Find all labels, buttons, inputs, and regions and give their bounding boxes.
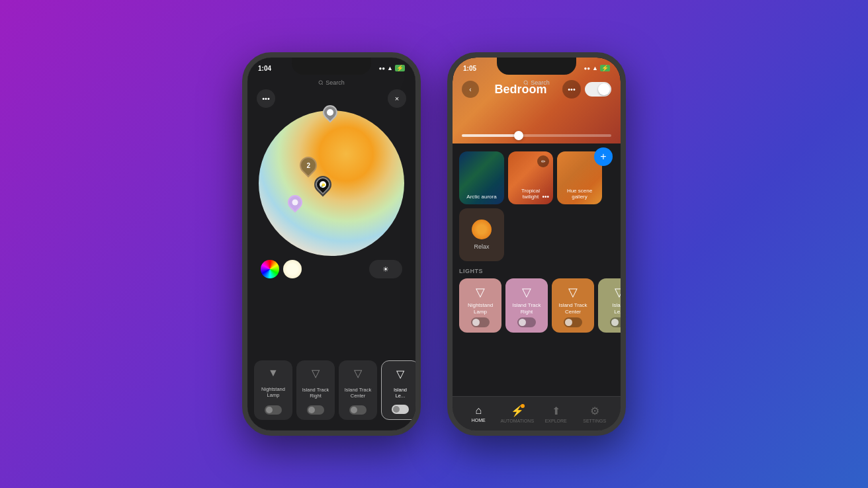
status-bar-2: 1:05 ●● ▲ ⚡ [453,58,621,76]
brightness-slider[interactable] [462,129,611,142]
back-button[interactable]: ‹ [462,81,479,98]
toggle-right[interactable] [307,405,324,415]
header-right: ••• [562,80,611,99]
home-icon: ⌂ [475,405,482,417]
light-card2-center[interactable]: ▽ Island TrackCenter [552,278,594,333]
scene-tropical-twilight[interactable]: ✏ ••• Tropicaltwilight [508,151,553,204]
phone-1: 1:04 ●● ▲ ⚡ Search ••• × [242,52,421,436]
light-card-nightstand[interactable]: ▼ NightstandLamp [254,360,292,420]
phone2-header: ‹ Bedroom ••• [453,80,621,99]
tab-label-explore: EXPLORE [545,419,567,423]
settings-icon: ⚙ [590,405,599,417]
toggle2-left[interactable] [610,317,621,327]
color-swatches [261,260,302,278]
signal-icon-2: ●● [584,65,590,71]
light-card-center[interactable]: ▽ Island TrackCenter [339,360,377,420]
room-toggle[interactable] [585,82,611,97]
light-card2-right[interactable]: ▽ Island TrackRight [505,278,548,333]
light-label2-4: IslandLe... [612,302,621,315]
slider-track [462,134,611,137]
slider-thumb[interactable] [514,131,523,140]
scene-label-hue: Hue scenegallery [567,188,592,200]
lamp-icon2-2: ▽ [522,285,531,300]
toggle-left[interactable] [392,405,409,414]
automations-dot [521,404,525,408]
tab-label-home: HOME [472,418,486,423]
lamp-icon2-3: ▽ [568,285,578,300]
battery-icon-2: ⚡ [600,65,610,71]
lamp-icon-1: ▼ [268,367,279,379]
scene-more-button[interactable]: ••• [542,193,549,200]
light-label2-2: Island TrackRight [512,302,541,315]
explore-icon: ⬆ [552,405,560,417]
relax-row: Relax [459,208,614,261]
tab-explore[interactable]: ⬆ EXPLORE [537,405,576,423]
lights-section-label: LIGHTS [459,268,614,274]
light-card2-nightstand[interactable]: ▽ NightstandLamp [459,278,501,333]
tab-bar: ⌂ HOME ⚡ AUTOMATIONS ⬆ EXPLORE ⚙ SETTING… [453,396,621,430]
add-button[interactable]: + [594,147,613,166]
scene-arctic-aurora[interactable]: Arctic aurora [459,151,504,204]
phone1-screen: 1:04 ●● ▲ ⚡ Search ••• × [247,58,415,430]
light-label-3: Island TrackCenter [345,387,371,399]
light-card-right[interactable]: ▽ Island TrackRight [296,360,335,420]
wifi-icon: ▲ [387,65,393,71]
tab-label-settings: SETTINGS [583,419,606,423]
tab-settings[interactable]: ⚙ SETTINGS [576,405,615,423]
color-wheel-swatch[interactable] [261,260,279,278]
toggle2-right[interactable] [517,317,536,327]
color-wheel-container[interactable]: 2 💡 [259,110,404,256]
more-button-2[interactable]: ••• [562,80,581,99]
brightness-button[interactable]: ☀ [369,260,402,278]
status-icons-2: ●● ▲ ⚡ [584,65,610,71]
lamp-icon-4: ▽ [396,368,404,380]
tab-home[interactable]: ⌂ HOME [459,405,498,423]
scenes-row: Arctic aurora ✏ ••• Tropicaltwilight Hue… [459,151,614,204]
phone-2: 1:05 ●● ▲ ⚡ Search ‹ Bedroom ••• [447,52,626,436]
lamp-icon-3: ▽ [354,367,362,380]
tab-automations[interactable]: ⚡ AUTOMATIONS [498,405,537,423]
scene-label-arctic: Arctic aurora [466,194,496,200]
phone2-body: Arctic aurora ✏ ••• Tropicaltwilight Hue… [453,143,621,399]
slider-fill [462,134,521,137]
search-label-1: Search [326,79,345,86]
light-label2-1: NightstandLamp [468,302,493,315]
relax-label: Relax [474,243,489,250]
lamp-icon2-4: ▽ [615,285,621,300]
room-title: Bedroom [494,83,546,97]
automations-icon-wrap: ⚡ [511,405,524,417]
close-button-1[interactable]: × [388,89,406,108]
cluster-count: 2 [306,162,310,169]
status-icons-1: ●● ▲ ⚡ [378,65,405,71]
toggle-center[interactable] [349,405,367,415]
relax-card[interactable]: Relax [459,208,504,261]
signal-icon: ●● [378,65,385,71]
scene-edit-button[interactable]: ✏ [537,155,549,167]
color-controls: ☀ [247,260,415,278]
search-bar-1[interactable]: Search [247,76,415,89]
pin-purple[interactable] [288,195,302,210]
light-label-2: Island TrackRight [302,387,329,399]
svg-point-0 [319,81,322,84]
status-bar-1: 1:04 ●● ▲ ⚡ [247,58,415,76]
battery-icon: ⚡ [395,65,405,71]
wifi-icon-2: ▲ [592,65,598,71]
color-wheel[interactable]: 2 💡 [259,110,404,256]
white-swatch[interactable] [283,260,302,278]
relax-icon [472,220,492,239]
toggle2-center[interactable] [564,317,582,327]
more-button-1[interactable]: ••• [257,89,275,108]
toggle2-nightstand[interactable] [471,317,490,327]
scene-label-tropical: Tropicaltwilight [521,188,540,200]
lamp-icon2-1: ▽ [476,285,485,300]
pin-cluster-2[interactable]: 2 [300,157,317,174]
tab-label-automations: AUTOMATIONS [500,419,534,423]
brightness-icon: ☀ [382,265,389,274]
status-time-2: 1:05 [463,65,476,72]
toggle-nightstand[interactable] [265,405,282,415]
pin-top[interactable] [323,105,337,120]
status-time-1: 1:04 [258,65,271,72]
pin-black[interactable]: 💡 [314,176,331,193]
light-card-left[interactable]: ▽ IslandLe... [381,360,415,420]
light-card2-left[interactable]: ▽ IslandLe... [598,278,621,333]
